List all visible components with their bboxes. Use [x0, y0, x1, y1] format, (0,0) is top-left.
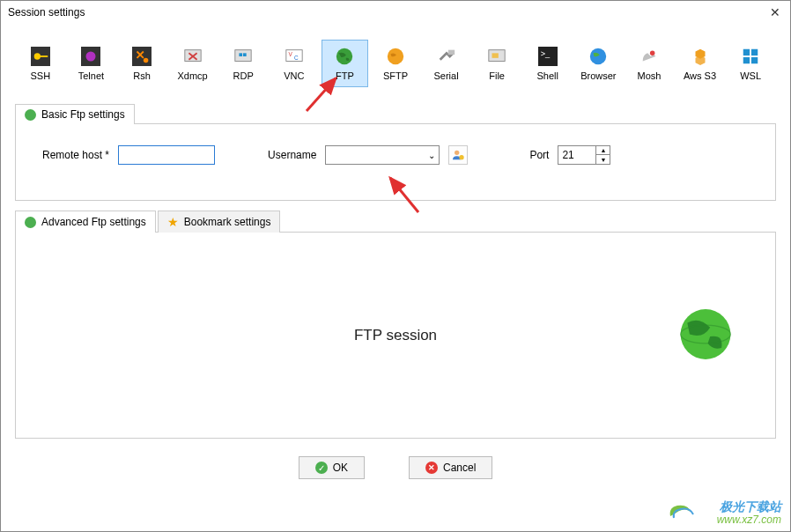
- username-label: Username: [268, 149, 316, 161]
- close-button[interactable]: ✕: [767, 4, 783, 20]
- protocol-label: Rsh: [133, 70, 151, 81]
- tab-advanced-ftp[interactable]: Advanced Ftp settings: [15, 211, 156, 233]
- titlebar: Session settings ✕: [1, 1, 790, 24]
- protocol-xdmcp[interactable]: Xdmcp: [169, 40, 217, 87]
- svg-point-4: [86, 52, 96, 62]
- user-manage-button[interactable]: [448, 145, 468, 165]
- cross-icon: ✕: [425, 462, 438, 474]
- port-label: Port: [529, 149, 549, 161]
- protocol-label: Aws S3: [684, 70, 716, 81]
- svg-point-1: [33, 53, 40, 59]
- svg-rect-25: [743, 57, 750, 63]
- watermark-line1: 极光下载站: [717, 500, 781, 514]
- protocol-wsl[interactable]: WSL: [727, 40, 774, 87]
- watermark: 极光下载站 www.xz7.com: [717, 500, 781, 526]
- basic-panel: Remote host * Username ⌄ Port ▲ ▼: [15, 124, 776, 201]
- key-icon: [30, 46, 51, 67]
- telnet-icon: [80, 46, 101, 67]
- svg-text:>_: >_: [540, 49, 550, 58]
- sftp-icon: [385, 46, 406, 67]
- protocol-mosh[interactable]: Mosh: [625, 40, 673, 87]
- spinner-down[interactable]: ▼: [596, 155, 610, 164]
- protocol-label: Shell: [537, 70, 558, 81]
- remote-host-input[interactable]: [118, 145, 215, 165]
- protocol-rdp[interactable]: RDP: [219, 40, 267, 87]
- wsl-icon: [740, 46, 761, 67]
- remote-host-label: Remote host *: [42, 149, 109, 161]
- shell-icon: >_: [537, 46, 558, 67]
- protocol-ftp[interactable]: FTP: [322, 40, 369, 87]
- basic-tab-header: Basic Ftp settings: [15, 103, 776, 124]
- svg-rect-24: [751, 49, 758, 55]
- globe-icon: [334, 46, 355, 67]
- svg-point-29: [681, 309, 731, 359]
- globe-large-icon: [678, 307, 733, 364]
- svg-rect-16: [447, 50, 454, 55]
- browser-icon: [588, 46, 609, 67]
- star-icon: ★: [167, 215, 179, 229]
- svg-rect-2: [40, 55, 48, 57]
- advanced-section: Advanced Ftp settings ★ Bookmark setting…: [15, 210, 776, 439]
- svg-point-28: [460, 155, 464, 159]
- port-input[interactable]: [558, 145, 596, 165]
- advanced-tab-header: Advanced Ftp settings ★ Bookmark setting…: [15, 210, 776, 233]
- protocol-row: SSH Telnet Rsh Xdmcp RDP VC VNC FTP: [1, 24, 790, 94]
- ok-button[interactable]: ✓ OK: [299, 456, 365, 479]
- protocol-telnet[interactable]: Telnet: [68, 40, 115, 87]
- globe-small-icon: [25, 109, 36, 121]
- tab-label: Bookmark settings: [184, 216, 271, 228]
- svg-point-22: [650, 51, 655, 56]
- file-icon: [486, 46, 507, 67]
- protocol-browser[interactable]: Browser: [575, 40, 623, 87]
- svg-rect-9: [240, 53, 243, 56]
- port-spinner: ▲ ▼: [596, 145, 610, 165]
- protocol-label: WSL: [740, 70, 761, 81]
- watermark-line2: www.xz7.com: [717, 514, 781, 526]
- rdp-icon: [233, 46, 254, 67]
- protocol-label: VNC: [284, 70, 304, 81]
- port-field: ▲ ▼: [558, 145, 610, 165]
- protocol-label: Telnet: [78, 70, 104, 81]
- protocol-aws[interactable]: Aws S3: [676, 40, 724, 87]
- protocol-sftp[interactable]: SFTP: [372, 40, 419, 87]
- check-icon: ✓: [315, 462, 328, 474]
- watermark-swirl-icon: [667, 499, 697, 526]
- ok-label: OK: [333, 462, 348, 474]
- protocol-rsh[interactable]: Rsh: [118, 40, 166, 87]
- svg-rect-10: [243, 53, 247, 56]
- protocol-label: SSH: [30, 70, 50, 81]
- chevron-down-icon: ⌄: [428, 151, 435, 160]
- advanced-panel: FTP session: [15, 233, 776, 439]
- protocol-label: Mosh: [637, 70, 661, 81]
- cancel-label: Cancel: [443, 462, 476, 474]
- spinner-up[interactable]: ▲: [596, 146, 610, 155]
- svg-point-15: [388, 48, 403, 64]
- svg-point-21: [590, 48, 606, 64]
- tab-bookmark[interactable]: ★ Bookmark settings: [158, 211, 281, 233]
- protocol-label: RDP: [233, 70, 254, 81]
- protocol-vnc[interactable]: VC VNC: [270, 40, 318, 87]
- window-title: Session settings: [8, 6, 85, 18]
- protocol-shell[interactable]: >_ Shell: [524, 40, 572, 87]
- protocol-label: SFTP: [383, 70, 408, 81]
- username-combo[interactable]: ⌄: [325, 145, 440, 165]
- basic-section: Basic Ftp settings Remote host * Usernam…: [15, 103, 776, 201]
- protocol-serial[interactable]: Serial: [423, 40, 470, 87]
- protocol-label: Xdmcp: [177, 70, 207, 81]
- svg-text:C: C: [294, 55, 299, 61]
- protocol-label: Browser: [580, 70, 616, 81]
- protocol-file[interactable]: File: [473, 40, 521, 87]
- mosh-icon: [639, 46, 660, 67]
- xdmcp-icon: [182, 46, 203, 67]
- svg-rect-23: [743, 49, 750, 55]
- svg-rect-26: [751, 57, 758, 63]
- globe-small-icon: [25, 217, 36, 228]
- cancel-button[interactable]: ✕ Cancel: [409, 456, 492, 479]
- protocol-label: Serial: [433, 70, 458, 81]
- protocol-label: FTP: [336, 70, 354, 81]
- rsh-icon: [131, 46, 152, 67]
- tab-basic-ftp[interactable]: Basic Ftp settings: [15, 104, 135, 124]
- user-icon: [451, 148, 465, 162]
- serial-icon: [436, 46, 457, 67]
- protocol-ssh[interactable]: SSH: [17, 40, 64, 87]
